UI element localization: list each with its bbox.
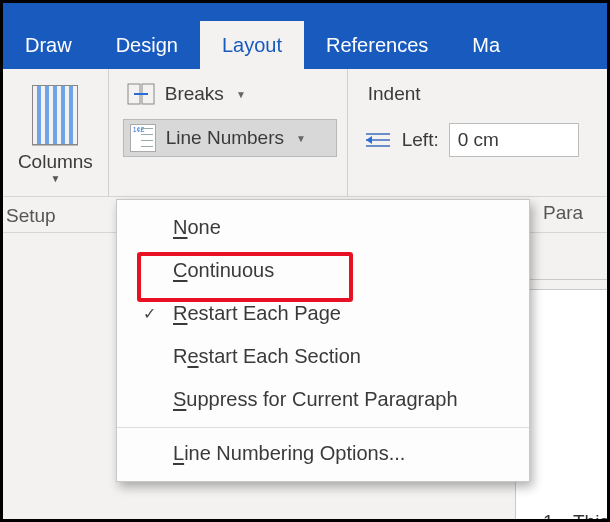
menu-item-none[interactable]: None	[117, 206, 529, 249]
menu-item-restart-each-section[interactable]: Restart Each Section	[117, 335, 529, 378]
group-label-setup: Setup	[6, 205, 56, 227]
columns-icon[interactable]	[32, 85, 78, 145]
line-numbers-button[interactable]: Line Numbers ▼	[123, 119, 337, 157]
indent-title: Indent	[368, 83, 597, 105]
chevron-down-icon: ▼	[296, 133, 306, 144]
tab-draw[interactable]: Draw	[3, 21, 94, 69]
breaks-label: Breaks	[165, 83, 224, 105]
menu-item-suppress-paragraph[interactable]: Suppress for Current Paragraph	[117, 378, 529, 421]
checkmark-icon: ✓	[139, 304, 159, 323]
indent-left-field[interactable]: 0 cm	[449, 123, 579, 157]
ribbon-tabs: Draw Design Layout References Ma	[3, 3, 607, 69]
columns-group: Columns ▼	[3, 69, 109, 196]
line-number-gutter: 1	[543, 511, 554, 522]
columns-label-text: Columns	[18, 151, 93, 172]
indent-left-icon	[364, 131, 392, 149]
indent-group: Indent Left: 0 cm	[348, 69, 607, 196]
line-numbers-dropdown: None Continuous ✓ Restart Each Page Rest…	[116, 199, 530, 482]
breaks-icon	[127, 83, 155, 105]
menu-item-label: Continuous	[173, 259, 274, 282]
menu-item-restart-each-page[interactable]: ✓ Restart Each Page	[117, 292, 529, 335]
chevron-down-icon: ▼	[236, 89, 246, 100]
line-numbers-icon	[130, 124, 156, 152]
columns-button[interactable]: Columns ▼	[13, 151, 98, 184]
menu-item-continuous[interactable]: Continuous	[117, 249, 529, 292]
document-text: This	[573, 511, 609, 522]
group-label-paragraph: Para	[533, 197, 607, 232]
menu-item-line-numbering-options[interactable]: Line Numbering Options...	[117, 432, 529, 475]
tab-design[interactable]: Design	[94, 21, 200, 69]
breaks-button[interactable]: Breaks ▼	[127, 83, 337, 105]
tab-layout[interactable]: Layout	[200, 21, 304, 69]
menu-item-label: Suppress for Current Paragraph	[173, 388, 458, 411]
page-setup-group: Breaks ▼ Line Numbers ▼	[109, 69, 348, 196]
ribbon-body: Columns ▼ Breaks ▼ Line Numbers ▼ Indent…	[3, 69, 607, 197]
line-numbers-label: Line Numbers	[166, 127, 284, 149]
menu-item-label: Restart Each Page	[173, 302, 341, 325]
tab-references[interactable]: References	[304, 21, 450, 69]
menu-item-label: None	[173, 216, 221, 239]
chevron-down-icon: ▼	[13, 173, 98, 184]
tab-mailings[interactable]: Ma	[450, 21, 522, 69]
menu-item-label: Line Numbering Options...	[173, 442, 405, 465]
menu-separator	[117, 427, 529, 428]
indent-left-label: Left:	[402, 129, 439, 151]
menu-item-label: Restart Each Section	[173, 345, 361, 368]
